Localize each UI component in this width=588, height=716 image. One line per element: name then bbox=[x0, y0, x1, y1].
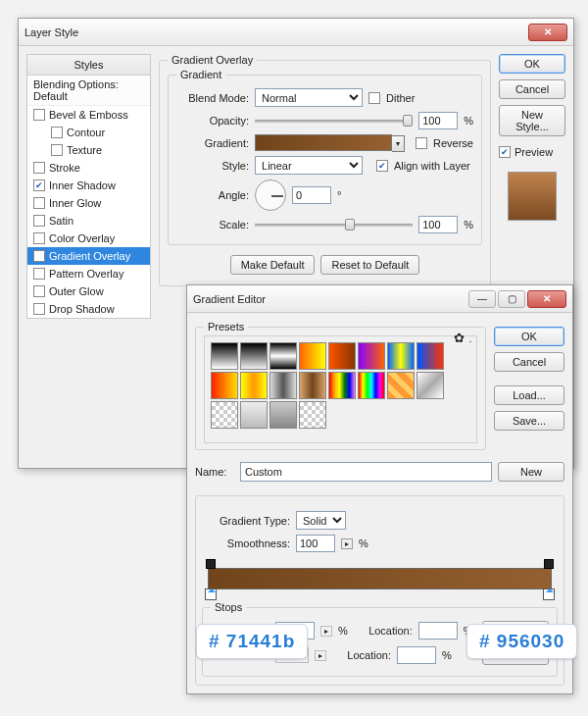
gradient-type-select[interactable]: Solid bbox=[296, 511, 346, 530]
opacity-slider[interactable] bbox=[255, 113, 413, 128]
style-item-texture[interactable]: Texture bbox=[27, 141, 150, 159]
gradient-ramp[interactable] bbox=[208, 568, 552, 589]
new-style-button[interactable]: New Style... bbox=[499, 105, 565, 136]
dither-checkbox[interactable] bbox=[368, 92, 380, 104]
styles-header[interactable]: Styles bbox=[27, 55, 150, 76]
style-item-inner-glow[interactable]: Inner Glow bbox=[27, 194, 150, 212]
preset-swatch[interactable] bbox=[416, 342, 444, 370]
style-checkbox[interactable] bbox=[33, 250, 45, 262]
style-item-bevel-emboss[interactable]: Bevel & Emboss bbox=[27, 106, 150, 124]
minimize-icon[interactable]: — bbox=[468, 290, 496, 308]
gear-icon[interactable]: ✿﹒ bbox=[454, 330, 477, 347]
style-checkbox[interactable] bbox=[33, 215, 45, 227]
load-button[interactable]: Load... bbox=[494, 385, 564, 405]
gradient-group-title: Gradient bbox=[176, 69, 225, 80]
reverse-checkbox[interactable] bbox=[416, 137, 427, 149]
color-stop-left[interactable] bbox=[205, 588, 217, 600]
close-icon[interactable]: ✕ bbox=[528, 24, 567, 41]
style-label: Style: bbox=[176, 160, 249, 172]
new-button[interactable]: New bbox=[498, 462, 564, 482]
preset-swatch[interactable] bbox=[358, 372, 385, 399]
style-checkbox[interactable] bbox=[33, 285, 45, 297]
preset-swatch[interactable] bbox=[240, 372, 268, 399]
style-checkbox[interactable] bbox=[51, 144, 63, 156]
style-item-contour[interactable]: Contour bbox=[27, 124, 150, 141]
align-checkbox[interactable] bbox=[376, 160, 388, 172]
layer-style-sidebar: OK Cancel New Style... Preview bbox=[499, 54, 565, 319]
preset-swatch[interactable] bbox=[270, 401, 297, 429]
style-item-inner-shadow[interactable]: Inner Shadow bbox=[27, 177, 150, 194]
maximize-icon[interactable]: ▢ bbox=[498, 290, 525, 308]
style-label: Gradient Overlay bbox=[49, 250, 130, 262]
style-label: Stroke bbox=[49, 162, 80, 174]
preset-swatch[interactable] bbox=[270, 342, 297, 370]
layer-style-titlebar[interactable]: Layer Style ✕ bbox=[19, 19, 573, 46]
style-checkbox[interactable] bbox=[33, 197, 45, 209]
style-item-drop-shadow[interactable]: Drop Shadow bbox=[27, 300, 150, 318]
preset-swatch[interactable] bbox=[387, 372, 415, 399]
scale-slider[interactable] bbox=[255, 217, 413, 232]
preset-swatch[interactable] bbox=[211, 372, 238, 399]
style-select[interactable]: Linear bbox=[255, 156, 363, 175]
style-label: Color Overlay bbox=[49, 232, 115, 244]
name-input[interactable] bbox=[240, 462, 492, 482]
blend-mode-label: Blend Mode: bbox=[176, 92, 249, 104]
style-item-gradient-overlay[interactable]: Gradient Overlay bbox=[27, 247, 150, 265]
preset-swatch[interactable] bbox=[416, 372, 444, 399]
preset-swatch[interactable] bbox=[240, 342, 268, 370]
make-default-button[interactable]: Make Default bbox=[230, 255, 316, 275]
scale-input[interactable] bbox=[418, 216, 458, 233]
blend-mode-select[interactable]: Normal bbox=[255, 88, 363, 107]
cancel-button[interactable]: Cancel bbox=[499, 79, 565, 99]
style-checkbox[interactable] bbox=[33, 162, 45, 174]
preset-swatch[interactable] bbox=[358, 342, 385, 370]
preset-swatch[interactable] bbox=[240, 401, 268, 429]
style-label: Outer Glow bbox=[49, 285, 104, 297]
angle-input[interactable] bbox=[292, 186, 331, 204]
style-label: Inner Shadow bbox=[49, 179, 116, 191]
color-stop-right[interactable] bbox=[543, 588, 555, 600]
gradient-group: Gradient Blend Mode: Normal Dither Opaci… bbox=[168, 75, 482, 245]
preview-checkbox[interactable] bbox=[499, 146, 511, 158]
style-checkbox[interactable] bbox=[33, 232, 45, 244]
ok-button[interactable]: OK bbox=[499, 54, 565, 74]
opacity-input[interactable] bbox=[418, 112, 458, 129]
style-checkbox[interactable] bbox=[51, 127, 63, 138]
reverse-label: Reverse bbox=[433, 137, 473, 149]
preset-swatch[interactable] bbox=[270, 372, 297, 399]
opacity-stop-left[interactable] bbox=[206, 559, 216, 569]
angle-dial[interactable] bbox=[255, 179, 286, 211]
style-checkbox[interactable] bbox=[33, 109, 45, 121]
reset-default-button[interactable]: Reset to Default bbox=[320, 255, 419, 275]
preset-swatch[interactable] bbox=[387, 342, 415, 370]
close-icon[interactable]: ✕ bbox=[527, 290, 566, 308]
preset-swatch[interactable] bbox=[211, 401, 238, 429]
style-checkbox[interactable] bbox=[33, 179, 45, 191]
preset-swatch[interactable] bbox=[299, 342, 326, 370]
smoothness-input[interactable] bbox=[296, 535, 335, 552]
style-item-pattern-overlay[interactable]: Pattern Overlay bbox=[27, 265, 150, 282]
preset-swatch[interactable] bbox=[328, 342, 356, 370]
gradient-bar[interactable]: ▾ bbox=[255, 134, 392, 151]
style-item-color-overlay[interactable]: Color Overlay bbox=[27, 230, 150, 247]
gradient-editor-titlebar[interactable]: Gradient Editor — ▢ ✕ bbox=[187, 285, 572, 313]
style-item-satin[interactable]: Satin bbox=[27, 212, 150, 230]
preset-swatch[interactable] bbox=[328, 372, 356, 399]
style-checkbox[interactable] bbox=[33, 303, 45, 315]
preset-swatch[interactable] bbox=[211, 342, 238, 370]
style-item-outer-glow[interactable]: Outer Glow bbox=[27, 282, 150, 300]
opacity-stop-right[interactable] bbox=[544, 559, 554, 569]
blending-options-row[interactable]: Blending Options: Default bbox=[27, 76, 150, 106]
chevron-down-icon[interactable]: ▾ bbox=[392, 135, 405, 152]
save-button[interactable]: Save... bbox=[494, 411, 564, 431]
preset-swatch[interactable] bbox=[299, 372, 326, 399]
smoothness-label: Smoothness: bbox=[202, 537, 290, 549]
preset-swatch[interactable] bbox=[299, 401, 326, 429]
opacity-label: Opacity: bbox=[176, 115, 249, 127]
style-checkbox[interactable] bbox=[33, 268, 45, 280]
style-item-stroke[interactable]: Stroke bbox=[27, 159, 150, 177]
presets-grid bbox=[204, 335, 477, 443]
ge-ok-button[interactable]: OK bbox=[494, 327, 564, 346]
smoothness-dropdown-icon[interactable]: ▸ bbox=[341, 538, 353, 549]
ge-cancel-button[interactable]: Cancel bbox=[494, 352, 564, 372]
